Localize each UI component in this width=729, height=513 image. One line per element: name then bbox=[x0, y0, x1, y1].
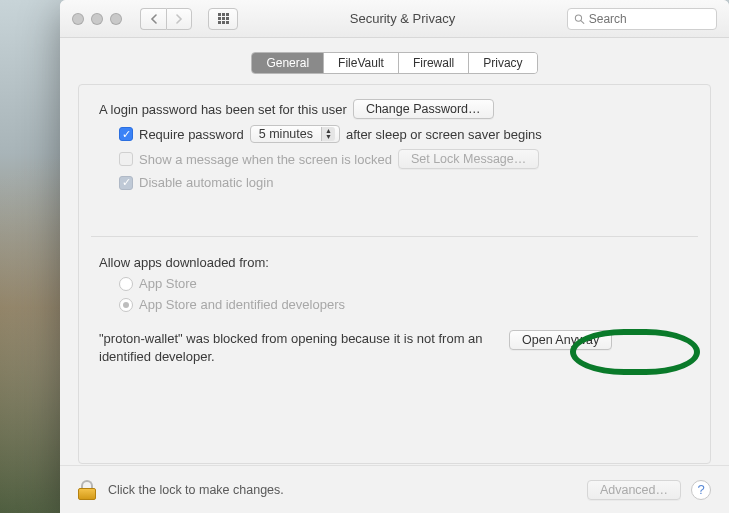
appstore-identified-label: App Store and identified developers bbox=[139, 297, 345, 312]
close-window-button[interactable] bbox=[72, 13, 84, 25]
help-button[interactable]: ? bbox=[691, 480, 711, 500]
tab-filevault[interactable]: FileVault bbox=[324, 53, 399, 73]
after-sleep-label: after sleep or screen saver begins bbox=[346, 127, 542, 142]
show-all-button[interactable] bbox=[208, 8, 238, 30]
require-password-delay-value: 5 minutes bbox=[259, 127, 313, 141]
zoom-window-button[interactable] bbox=[110, 13, 122, 25]
chevron-left-icon bbox=[150, 14, 158, 24]
search-icon bbox=[574, 13, 585, 25]
nav-buttons bbox=[140, 8, 192, 30]
require-password-label: Require password bbox=[139, 127, 244, 142]
disable-auto-login-label: Disable automatic login bbox=[139, 175, 273, 190]
tab-general[interactable]: General bbox=[252, 53, 324, 73]
grid-icon bbox=[218, 13, 229, 24]
window-controls bbox=[72, 13, 122, 25]
chevron-right-icon bbox=[175, 14, 183, 24]
svg-line-1 bbox=[581, 20, 584, 23]
lock-icon[interactable] bbox=[78, 480, 96, 500]
blocked-app-message: "proton-wallet" was blocked from opening… bbox=[99, 330, 499, 365]
change-password-button[interactable]: Change Password… bbox=[353, 99, 494, 119]
open-anyway-button[interactable]: Open Anyway bbox=[509, 330, 612, 350]
titlebar: Security & Privacy bbox=[60, 0, 729, 38]
minimize-window-button[interactable] bbox=[91, 13, 103, 25]
disable-auto-login-checkbox: ✓ bbox=[119, 176, 133, 190]
search-input[interactable] bbox=[589, 12, 710, 26]
show-message-label: Show a message when the screen is locked bbox=[139, 152, 392, 167]
appstore-only-radio bbox=[119, 277, 133, 291]
content: General FileVault Firewall Privacy A log… bbox=[60, 38, 729, 513]
advanced-button: Advanced… bbox=[587, 480, 681, 500]
tabs: General FileVault Firewall Privacy bbox=[60, 52, 729, 74]
section-divider bbox=[91, 236, 698, 237]
allow-downloads-label: Allow apps downloaded from: bbox=[99, 255, 269, 270]
show-message-checkbox bbox=[119, 152, 133, 166]
require-password-checkbox[interactable]: ✓ bbox=[119, 127, 133, 141]
set-lock-message-button: Set Lock Message… bbox=[398, 149, 539, 169]
footer: Click the lock to make changes. Advanced… bbox=[60, 465, 729, 513]
gatekeeper-section: Allow apps downloaded from: App Store Ap… bbox=[91, 255, 698, 365]
help-icon: ? bbox=[697, 482, 704, 497]
tab-firewall[interactable]: Firewall bbox=[399, 53, 469, 73]
settings-panel: A login password has been set for this u… bbox=[78, 84, 711, 464]
window-title: Security & Privacy bbox=[246, 11, 559, 26]
svg-point-0 bbox=[575, 14, 581, 20]
tab-privacy[interactable]: Privacy bbox=[469, 53, 536, 73]
lock-hint-text: Click the lock to make changes. bbox=[108, 483, 577, 497]
login-password-section: A login password has been set for this u… bbox=[91, 99, 698, 210]
appstore-only-label: App Store bbox=[139, 276, 197, 291]
back-button[interactable] bbox=[140, 8, 166, 30]
search-field[interactable] bbox=[567, 8, 717, 30]
password-set-label: A login password has been set for this u… bbox=[99, 102, 347, 117]
require-password-delay-select[interactable]: 5 minutes ▲▼ bbox=[250, 125, 340, 143]
appstore-identified-radio bbox=[119, 298, 133, 312]
security-privacy-window: Security & Privacy General FileVault Fir… bbox=[60, 0, 729, 513]
forward-button[interactable] bbox=[166, 8, 192, 30]
stepper-icon: ▲▼ bbox=[321, 127, 335, 141]
